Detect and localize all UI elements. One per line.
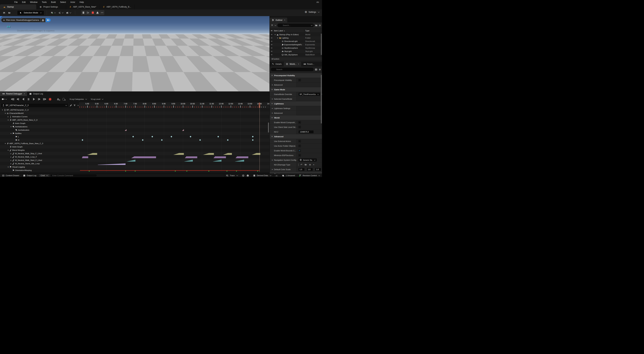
trace-dropdown[interactable]: Trace	[224, 174, 240, 177]
eye-icon[interactable]	[270, 37, 273, 39]
timeline-ruler[interactable]: 5.005.506.006.507.007.508.008.509.009.50…	[79, 102, 270, 108]
notify-marker[interactable]	[152, 136, 153, 138]
memory-stats-button[interactable]	[274, 174, 280, 177]
playhead-line[interactable]	[260, 108, 260, 172]
blend-weight-segment[interactable]	[185, 156, 197, 158]
expand-arrow-icon[interactable]: ▾	[271, 102, 273, 105]
tab-outliner[interactable]: Outliner ×	[270, 18, 287, 22]
selection-mode-dropdown[interactable]: Selection Mode	[17, 10, 44, 15]
previous-frame-button[interactable]	[16, 97, 20, 101]
play-button[interactable]	[32, 97, 36, 101]
expand-arrow-icon[interactable]: ▸	[271, 107, 274, 110]
search-input[interactable]	[282, 24, 310, 26]
expand-arrow-icon[interactable]: ▾	[274, 34, 276, 36]
eyedropper-icon[interactable]	[70, 104, 72, 106]
blend-weight-segment[interactable]	[126, 160, 136, 162]
playhead-handle[interactable]	[259, 102, 260, 108]
notify-marker[interactable]	[252, 139, 254, 141]
details-section-header[interactable]: ▾Lightmass	[270, 101, 322, 106]
menu-item-edit[interactable]: Edit	[20, 1, 28, 3]
frame-skip-button[interactable]	[86, 10, 90, 15]
outliner-row[interactable]: SkyLightSkyLight	[270, 50, 322, 53]
menu-item-tools[interactable]: Tools	[40, 1, 49, 3]
expand-arrow-icon[interactable]: ▸	[10, 162, 12, 165]
inertialization-marker[interactable]	[182, 129, 184, 131]
expand-arrow-icon[interactable]: ▸	[271, 168, 274, 170]
pilot-actor-bar[interactable]: ✈ Pilot Actor: RewindDebuggerCamera	[1, 18, 51, 22]
outliner-search[interactable]	[277, 23, 314, 27]
dropdown[interactable]: Generic Na	[298, 158, 317, 162]
visual-log-event[interactable]	[208, 171, 209, 172]
blend-weight-segment[interactable]	[131, 156, 156, 158]
eye-icon[interactable]	[270, 47, 273, 49]
outliner-row[interactable]: ▾LightingFolder	[270, 36, 322, 40]
outliner-row[interactable]: DirectionalLightDirectionalL	[270, 40, 322, 43]
eye-icon[interactable]	[270, 30, 273, 32]
expand-arrow-icon[interactable]: ▾	[271, 136, 273, 138]
expand-arrow-icon[interactable]: ▾	[10, 126, 12, 128]
tab-details[interactable]: ✎ Details	[270, 62, 284, 66]
expand-arrow-icon[interactable]: ▾	[10, 132, 12, 134]
blend-weight-segment[interactable]	[87, 153, 97, 155]
tab-startup[interactable]: Startup	[0, 4, 36, 10]
expand-arrow-icon[interactable]: ▾	[276, 37, 279, 39]
camera-view-button[interactable]	[46, 18, 51, 22]
details-section-header[interactable]: ▾Game Mode	[270, 87, 322, 92]
blend-weight-segment[interactable]	[203, 153, 214, 155]
pause-button[interactable]	[26, 97, 31, 101]
gear-icon[interactable]: ⚙	[318, 68, 321, 71]
checkbox[interactable]	[298, 79, 301, 81]
number-input[interactable]: -1048575.0	[298, 130, 314, 134]
details-section-header[interactable]: ▾World	[270, 116, 322, 120]
eject-button[interactable]	[95, 10, 100, 15]
menu-item-actor[interactable]: Actor	[68, 1, 77, 3]
inertialization-marker[interactable]	[125, 129, 126, 131]
outliner-row[interactable]: ▾Startup (Play In Editor)World	[270, 33, 322, 36]
checkbox[interactable]	[298, 154, 301, 156]
eye-icon[interactable]	[270, 44, 273, 46]
filter-icon[interactable]	[73, 104, 76, 106]
output-log-button[interactable]: Output Log	[21, 174, 38, 177]
eye-icon[interactable]	[270, 34, 273, 36]
next-frame-button[interactable]	[37, 97, 42, 101]
details-section-header[interactable]: ▾Physics	[270, 172, 322, 174]
expand-arrow-icon[interactable]: ▾	[271, 74, 273, 76]
details-section-header[interactable]: ▾Precomputed Visibility	[270, 73, 322, 78]
eject-settings-button[interactable]: ⚙	[56, 97, 60, 101]
expand-arrow-icon[interactable]: ▸	[271, 112, 274, 114]
eye-icon[interactable]	[270, 40, 273, 42]
menu-item-window[interactable]: Window	[28, 1, 40, 3]
content-drawer-button[interactable]: Content Drawer	[0, 174, 21, 177]
skip-to-start-button[interactable]	[10, 97, 15, 101]
save-button[interactable]	[1, 10, 7, 15]
unsaved-button[interactable]: 1 Unsaved	[280, 174, 297, 177]
expand-arrow-icon[interactable]: ▾	[4, 142, 6, 144]
use-selected-asset-icon[interactable]: ↶	[300, 164, 302, 166]
vector-component-input[interactable]: 1.0	[315, 168, 321, 171]
expand-arrow-icon[interactable]: ▸	[7, 116, 9, 118]
vlog-level-dropdown[interactable]: VLog Level	[91, 98, 104, 100]
notify-marker[interactable]	[252, 136, 254, 138]
tab-world-settings[interactable]: World... ×	[284, 62, 301, 66]
notify-marker[interactable]	[227, 139, 229, 141]
expand-arrow-icon[interactable]: ▸	[10, 156, 12, 158]
notify-marker[interactable]	[199, 139, 201, 141]
vlog-categories-dropdown[interactable]: VLog Categories	[70, 98, 87, 100]
debug-target-dropdown[interactable]: BP_UEFNCharacter_C_0	[1, 103, 68, 108]
tab-rewind-debugger[interactable]: Rewind Debugger ×	[0, 92, 27, 96]
blend-weight-segment[interactable]	[82, 156, 88, 158]
visual-log-event[interactable]	[186, 171, 187, 172]
close-icon[interactable]: ×	[284, 19, 285, 21]
record-button[interactable]	[48, 97, 52, 101]
blend-weight-segment[interactable]	[234, 160, 244, 162]
play-reverse-button[interactable]	[21, 97, 26, 101]
visual-log-event[interactable]	[257, 171, 258, 172]
visual-log-event[interactable]	[226, 171, 227, 172]
stop-button[interactable]	[90, 10, 95, 15]
viewport-3d[interactable]: ✈ Pilot Actor: RewindDebuggerCamera 0.0 …	[0, 16, 270, 92]
visual-log-event[interactable]	[89, 171, 90, 172]
checkbox[interactable]	[298, 144, 301, 147]
expand-arrow-icon[interactable]: ▾	[4, 112, 6, 114]
insights-button[interactable]	[240, 174, 246, 177]
close-icon[interactable]: ×	[298, 63, 299, 65]
